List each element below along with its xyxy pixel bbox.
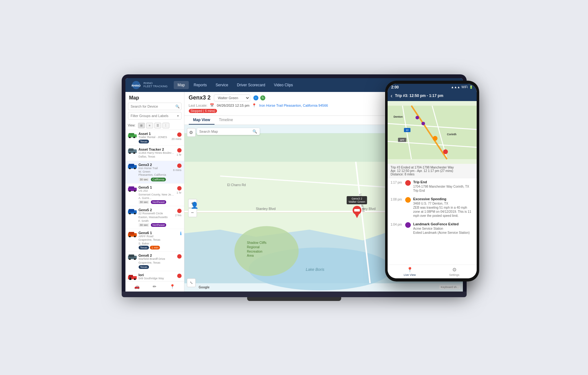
nav-reports[interactable]: Reports bbox=[190, 81, 211, 89]
timeline-desc1: 1704-1798 Manchester Way Corinth, TX bbox=[413, 185, 474, 189]
tag-texas: Texas bbox=[139, 246, 149, 249]
phone-frame: 2:00 ▲▲▲ WiFi 🔋 ‹ Trip #3: 12:50 pm - 1:… bbox=[385, 81, 479, 281]
svg-rect-15 bbox=[129, 186, 134, 189]
tag-northeast: Northeast bbox=[151, 223, 166, 227]
zoom-out-button[interactable]: − bbox=[188, 208, 197, 217]
tab-timeline[interactable]: Timeline bbox=[215, 116, 237, 125]
filter-input[interactable] bbox=[128, 112, 182, 120]
back-button[interactable]: ‹ bbox=[391, 93, 393, 99]
device-name: Genx6 2 bbox=[139, 254, 175, 257]
vehicle-icon bbox=[128, 163, 137, 170]
list-item[interactable]: Asset 1 Trailer Rental · JONES Texas 20 … bbox=[125, 130, 184, 146]
list-item[interactable]: Genx6 1 ARFF Road Grapevine, Texas S. Ba… bbox=[125, 229, 184, 252]
nav-service[interactable]: Service bbox=[212, 81, 232, 89]
svg-text:377: 377 bbox=[400, 139, 404, 142]
phone-status-icons: ▲▲▲ WiFi 🔋 bbox=[451, 85, 473, 89]
trip-info-line1: Trip #3 Ended at 1704-1798 Manchester Wa… bbox=[391, 166, 474, 169]
device-driver: A. Gurre... bbox=[139, 196, 175, 200]
tag-1min: 1 min bbox=[150, 246, 160, 249]
timeline-time: 1:17 pm bbox=[391, 180, 403, 184]
link-icon: ○ bbox=[253, 95, 258, 100]
device-info: Genx5 1 US 202 Somerset County, New Jers… bbox=[139, 185, 175, 204]
timeline-desc2: ZEB was traveling 51 mph in a 40 mph zon… bbox=[413, 206, 474, 218]
svg-text:Lake Boris: Lake Boris bbox=[306, 267, 324, 271]
logo-icon: RHINO bbox=[130, 79, 142, 91]
phone-status-bar: 2:00 ▲▲▲ WiFi 🔋 bbox=[388, 84, 477, 91]
device-status bbox=[177, 254, 182, 259]
list-item[interactable]: Genx6 2 Warfield-Braniff Drive Grapevine… bbox=[125, 252, 184, 271]
device-city: Grapevine, Texas bbox=[139, 238, 178, 242]
timeline-time: 1:08 pm bbox=[391, 197, 403, 201]
settings-label: Settings bbox=[449, 273, 459, 276]
svg-rect-60 bbox=[388, 105, 477, 159]
list-item[interactable]: Genx5 1 US 202 Somerset County, New Jers… bbox=[125, 184, 184, 206]
svg-text:Area: Area bbox=[247, 254, 254, 257]
map-settings-button[interactable]: ⚙ bbox=[187, 128, 196, 137]
device-tags: Texas bbox=[139, 265, 175, 269]
phone-overlay: 2:00 ▲▲▲ WiFi 🔋 ‹ Trip #3: 12:50 pm - 1:… bbox=[385, 81, 479, 281]
view-compact-btn[interactable]: ☰ bbox=[154, 123, 161, 128]
device-name: Iori bbox=[139, 273, 175, 277]
locate-address[interactable]: Iron Horse Trail Pleasanton, California … bbox=[259, 104, 328, 107]
marker-vehicle-name: Genx3 2 bbox=[348, 197, 365, 200]
logo-text: RHINO FLEET TRACKING bbox=[144, 82, 168, 88]
footer-settings-btn[interactable]: ⚙ Settings bbox=[432, 265, 477, 278]
device-addr: 22 Roosevelt Circle bbox=[139, 212, 173, 216]
live-view-icon: 📍 bbox=[407, 267, 413, 273]
driver-select[interactable]: Walter Green bbox=[214, 94, 250, 101]
svg-point-68 bbox=[421, 121, 425, 125]
status-indicator bbox=[177, 148, 182, 153]
footer-location-icon[interactable]: 📍 bbox=[170, 284, 175, 289]
vehicle-icon bbox=[128, 254, 137, 260]
device-info: Genx6 2 Warfield-Braniff Drive Grapevine… bbox=[139, 254, 175, 269]
list-item[interactable]: Genx5 2 22 Roosevelt Circle Easton, Mass… bbox=[125, 206, 184, 229]
trip-info: Trip #3 Ended at 1704-1798 Manchester Wa… bbox=[388, 164, 477, 178]
filter-icon: ▼ bbox=[177, 114, 180, 117]
timeline-desc1: 3468 U.S. 77 Denton, TX bbox=[413, 201, 474, 206]
nav-video-clips[interactable]: Video Clips bbox=[270, 81, 297, 89]
svg-point-70 bbox=[443, 149, 448, 154]
footer-vehicle-icon[interactable]: 🚗 bbox=[134, 284, 140, 289]
search-input[interactable] bbox=[128, 103, 182, 110]
logo: RHINO RHINO FLEET TRACKING bbox=[130, 79, 168, 91]
nav-driver-scorecard[interactable]: Driver Scorecard bbox=[233, 81, 269, 89]
timeline-event: Excessive Speeding bbox=[413, 197, 474, 201]
device-info: Genx5 2 22 Roosevelt Circle Easton, Mass… bbox=[139, 208, 173, 227]
sidebar: Map 🔍 ▼ View: ⊞ ≡ bbox=[125, 92, 184, 292]
footer-edit-icon[interactable]: ✏ bbox=[153, 284, 156, 289]
footer-live-view-btn[interactable]: 📍 Live View bbox=[388, 265, 432, 278]
vehicle-title: Genx3 2 bbox=[189, 94, 211, 101]
device-status: 6 mins bbox=[173, 163, 182, 172]
view-more-btn[interactable]: ⋮ bbox=[162, 123, 169, 128]
battery-icon: 🔋 bbox=[469, 85, 473, 89]
phone-screen: 2:00 ▲▲▲ WiFi 🔋 ‹ Trip #3: 12:50 pm - 1:… bbox=[388, 84, 477, 278]
nav-map[interactable]: Map bbox=[174, 81, 188, 89]
expand-map-button[interactable]: ⤡ bbox=[187, 278, 196, 287]
map-search-input[interactable] bbox=[199, 130, 252, 133]
svg-text:Regional: Regional bbox=[247, 245, 259, 249]
vehicle-marker[interactable]: Genx3 2 Walter Green bbox=[347, 196, 367, 218]
view-list-btn[interactable]: ≡ bbox=[146, 123, 153, 128]
device-addr: 549 Southridge Way bbox=[139, 277, 175, 281]
device-addr: 11464 Harry Hines Boulevard bbox=[139, 151, 175, 155]
list-item[interactable]: Asset Tracker 2 11464 Harry Hines Boulev… bbox=[125, 146, 184, 161]
device-tags: 30 sec California bbox=[139, 178, 171, 181]
vehicle-icon bbox=[128, 274, 137, 280]
device-status: ℹ bbox=[180, 231, 182, 236]
timeline-desc1: Acme Service Station bbox=[413, 227, 474, 231]
sidebar-title: Map bbox=[125, 92, 184, 103]
trip-title: Trip #3: 12:50 pm - 1:17 pm bbox=[395, 94, 443, 98]
phone-nav: ‹ Trip #3: 12:50 pm - 1:17 pm bbox=[388, 91, 477, 101]
trip-info-line2: Apr. 12 12:50 pm - Apr. 12 1:17 pm (27 m… bbox=[391, 169, 474, 173]
timeline-desc2: Trip End bbox=[413, 189, 474, 193]
vehicle-icon bbox=[128, 132, 137, 139]
list-item[interactable]: Iori 549 Southridge Way bbox=[125, 271, 184, 281]
device-addr: Iron Horse Trail bbox=[139, 167, 171, 170]
view-grid-btn[interactable]: ⊞ bbox=[138, 123, 145, 128]
device-city: Pleasanton, California bbox=[139, 173, 171, 177]
device-info: Iori 549 Southridge Way bbox=[139, 273, 175, 281]
list-item[interactable]: Genx3 2 Iron Horse Trail W. Green Pleasa… bbox=[125, 161, 184, 184]
vehicle-icon bbox=[128, 232, 137, 238]
tab-map-view[interactable]: Map View bbox=[189, 116, 215, 125]
device-tags: 30 sec Northeast bbox=[139, 200, 175, 204]
